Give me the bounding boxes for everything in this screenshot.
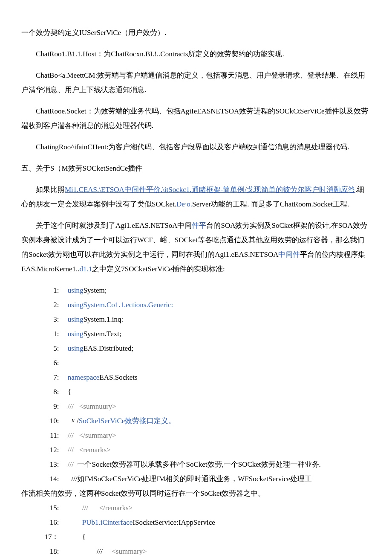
line-number: 18: [36, 544, 68, 555]
code-gray: <summary> [112, 547, 147, 555]
code-text: /// [97, 547, 112, 555]
code-line-14: 14: ///如IMSoCkeCSerViCe处理IM相关的即时通讯业务，WFS… [36, 472, 371, 486]
line-number: 15: [36, 501, 68, 515]
line-content: /// <remarks> [68, 443, 371, 457]
p6-text-a: 如果比照 [36, 186, 65, 194]
code-block-2: 15: /// </remarks> 16: PUb1.iCinterfaceI… [36, 501, 371, 555]
keyword: namespace [68, 373, 100, 381]
line-content: /// 一个Socket效劳器可以承载多种/个SoCket效劳,一个SOCket… [68, 457, 371, 472]
line-number: 11: [36, 428, 68, 443]
code-text: 〃/ [68, 417, 79, 425]
paragraph-2: ChatRoo1.B1.1.Host：为ChatRocxn.BI.!..Cont… [21, 47, 371, 61]
line-content: ///如IMSoCkeCSerViCe处理IM相关的即时通讯业务，WFSocke… [68, 472, 371, 486]
keyword: PUb1.iCinterface [82, 518, 133, 526]
line-content: { [68, 530, 371, 544]
line-number: 16: [36, 515, 68, 530]
line-content: /// </remarks> [68, 501, 371, 515]
paragraph-4: ChatRooe.Socket：为效劳端的业务代吗、包括AgiIeEASNETS… [21, 104, 371, 133]
line-content: /// </summary> [68, 428, 371, 443]
code-line-10: 10: 〃/SoCkeISerViCe效劳接口定义。 [36, 414, 371, 428]
code-line-13: 13: /// 一个Socket效劳器可以承载多种/个SoCket效劳,一个SO… [36, 457, 371, 472]
line-content: 〃/SoCkeISerViCe效劳接口定义。 [68, 414, 371, 428]
code-line-11: 11: /// </summary> [36, 428, 371, 443]
line-content: usingSystem.Text; [68, 327, 371, 341]
p7-blue1: 件平 [192, 221, 206, 230]
heading-5: 五、关于S（M效劳SOCketSendCe插件 [21, 161, 371, 176]
line-number: 9: [36, 399, 68, 414]
line-content: namespaceEAS.Sockets [68, 370, 371, 385]
code-line-12: 12: /// <remarks> [36, 443, 371, 457]
line-number: 14: [36, 472, 68, 486]
line-number: 17： [36, 530, 68, 544]
line-number: 5: [36, 341, 68, 356]
indent [68, 533, 82, 541]
paragraph-7: 关于这个问时就涉及到了Agi1.eEAS.NETSoA中间件平台的SOA效劳实例… [21, 218, 371, 276]
line-number: 13: [36, 457, 68, 472]
line-number: 8: [36, 385, 68, 399]
code-line-18: 18: /// <summary> [36, 544, 371, 555]
line-content [68, 356, 371, 370]
line-content: /// <sumnuury> [68, 399, 371, 414]
keyword: using [68, 286, 84, 294]
line-content: usingSystem.1.inq: [68, 312, 371, 327]
keyword: using [68, 315, 84, 323]
line-number: 1: [36, 327, 68, 341]
code-gray: /// [68, 460, 75, 468]
code-line-1: 1: usingSystem; [36, 283, 371, 298]
indent [68, 518, 82, 526]
code-line-16: 16: PUb1.iCinterfaceISocketService:IAppS… [36, 515, 371, 530]
line-content: /// <summary> [68, 544, 371, 555]
p6-link[interactable]: Mi1.CEAS.\ETSOA中间件平价.\itSockc1.通睹框架-简单例/… [65, 186, 355, 194]
line-content: usingEAS.Distributed; [68, 341, 371, 356]
paragraph-3: ChatBo<a.MeettCM:效劳端与客户端通信消息的定义，包括聊天消息、用… [21, 68, 371, 97]
code-text: EAS.Sockets [99, 373, 137, 381]
line-content: usingSystem.Co1.1.ections.Generic: [68, 298, 371, 312]
code-line-2: 2: usingSystem.Co1.1.ections.Generic: [36, 298, 371, 312]
code-line-15: 15: /// </remarks> [36, 501, 371, 515]
line-number: 10: [36, 414, 68, 428]
line-number: 12: [36, 443, 68, 457]
code-gray: /// </remarks> [82, 504, 133, 512]
code-blue: SoCkeISerViCe效劳接口定义。 [79, 417, 176, 425]
code-block: 1: usingSystem; 2: usingSystem.Co1.1.ect… [36, 283, 371, 486]
line-number: 1: [36, 283, 68, 298]
p6-text-c: Server功能的工程. 而是多了ChatRoom.Socket工程. [192, 200, 349, 208]
p7-blue2: 中间件 [278, 250, 300, 259]
p7-text-a: 关于这个问时就涉及到了Agi1.eEAS.NETSoA中间 [36, 221, 192, 230]
line-content: { [68, 385, 371, 399]
code-text: { [82, 533, 86, 541]
line-number: 6: [36, 356, 68, 370]
code-text: ISocketService:IAppService [133, 518, 215, 526]
code-line-8: 8: { [36, 385, 371, 399]
paragraph-5: ChatingRoo^ifainCHent:为客户湘代码、包括客户段界面以及客户… [21, 140, 371, 154]
code-line-3: 3: usingSystem.1.inq: [36, 312, 371, 327]
p6-blue: De·o. [176, 200, 192, 208]
paragraph-6: 如果比照Mi1.CEAS.\ETSOA中间件平价.\itSockc1.通睹框架-… [21, 183, 371, 212]
code-wrap-text: 作流相关的效劳，这两种Socket效劳可以同时运行在一个SoCket效劳器之中。 [21, 486, 371, 501]
line-number: 7: [36, 370, 68, 385]
line-content: usingSystem; [68, 283, 371, 298]
code-line-7: 7: namespaceEAS.Sockets [36, 370, 371, 385]
keyword: using [68, 344, 84, 352]
line-number: 2: [36, 298, 68, 312]
code-text: EAS.Distributed; [84, 344, 134, 352]
p7-text-d: 之中定义7SOCketSerViCe插件的实现标准: [92, 265, 225, 273]
code-line-17: 17： { [36, 530, 371, 544]
code-text: System; [84, 286, 107, 294]
code-text: System.1.inq: [84, 315, 124, 323]
code-line-4: 1: usingSystem.Text; [36, 327, 371, 341]
keyword: using [68, 330, 84, 338]
code-text: System.Text; [84, 330, 121, 338]
line-number: 3: [36, 312, 68, 327]
p7-blue3: d1.1 [80, 265, 92, 273]
paragraph-1: 一个效劳契约定义IUSerSerViCe（用户效劳）. [21, 26, 371, 40]
line-content: PUb1.iCinterfaceISocketService:IAppServi… [68, 515, 371, 530]
code-text: 一个Socket效劳器可以承载多种/个SoCket效劳,一个SOCket效劳处理… [75, 460, 321, 468]
code-line-9: 9: /// <sumnuury> [36, 399, 371, 414]
indent [68, 504, 82, 512]
indent [68, 547, 97, 555]
code-line-5: 5: usingEAS.Distributed; [36, 341, 371, 356]
code-line-6: 6: [36, 356, 371, 370]
